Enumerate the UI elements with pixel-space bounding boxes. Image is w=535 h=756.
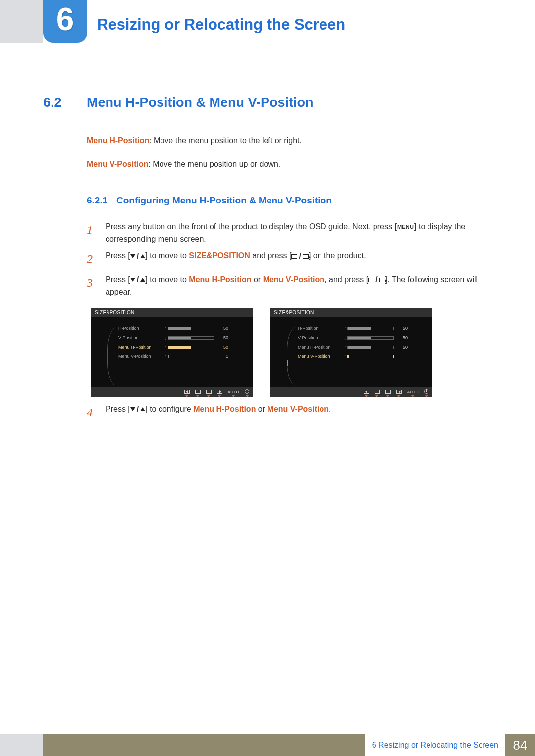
osd-power-icon (424, 389, 428, 394)
osd-slider (168, 346, 214, 349)
osd-left-rows: H-Position:50V-Position:50Menu H-Positio… (113, 324, 248, 366)
osd-plus-icon (206, 390, 212, 394)
osd-row-label: Menu H-Position (298, 345, 343, 350)
rect-icon (368, 278, 374, 282)
step4-t1: Menu H-Position (193, 405, 256, 413)
osd-row: Menu H-Position:50 (118, 343, 248, 352)
step-3: 3 Press [/] to move to Menu H-Position o… (87, 274, 485, 299)
step-4-number: 4 (87, 403, 106, 422)
step2-mid2: and press [ (250, 252, 292, 260)
subsection-heading: 6.2.1 Configuring Menu H-Position & Menu… (87, 195, 485, 206)
step3-or: or (252, 275, 263, 284)
step3-t2: Menu V-Position (263, 275, 324, 284)
osd-right-title: SIZE&POSITION (270, 308, 432, 317)
footer-stripe: 6 Resizing or Relocating the Screen 84 (43, 734, 535, 756)
chapter-header: 6 Resizing or Relocating the Screen (0, 0, 535, 43)
osd-minus-icon (195, 390, 201, 394)
osd-row: Menu H-Position:50 (298, 343, 428, 352)
chapter-title-wrap: Resizing or Relocating the Screen (87, 12, 535, 37)
subsection-title: Configuring Menu H-Position & Menu V-Pos… (116, 195, 332, 206)
osd-row-value: 50 (398, 345, 408, 350)
osd-nav-left-icon (184, 390, 190, 394)
osd-screenshots: SIZE&POSITION H-Position:50V-Position:50… (91, 308, 485, 397)
osd-panel-left: SIZE&POSITION H-Position:50V-Position:50… (91, 308, 253, 397)
osd-panel-right: SIZE&POSITION H-Position:50V-Position:50… (270, 308, 432, 397)
osd-row-label: Menu H-Position (118, 345, 164, 350)
header-left-stripe (0, 0, 43, 43)
step3-mid1: ] to move to (145, 275, 189, 284)
step4-post: . (329, 405, 331, 413)
step-2: 2 Press [/] to move to SIZE&POSITION and… (87, 250, 485, 268)
step-2-body: Press [/] to move to SIZE&POSITION and p… (106, 250, 485, 268)
osd-row: Menu V-Position: (298, 352, 428, 361)
osd-auto-label: AUTO (228, 390, 239, 394)
desc-v-text: : Move the menu position up or down. (148, 160, 280, 168)
osd-row-label: Menu V-Position (298, 354, 343, 359)
osd-row-colon: : (343, 354, 347, 359)
step4-or: or (256, 405, 267, 413)
osd-row: H-Position:50 (118, 324, 248, 333)
osd-row-colon: : (343, 345, 347, 350)
desc-h-text: : Move the menu position to the left or … (149, 136, 302, 145)
osd-row-value: 50 (218, 326, 228, 331)
triangle-up-icon (140, 278, 145, 282)
down-up-icon: / (130, 274, 145, 286)
desc-h-position: Menu H-Position: Move the menu position … (87, 135, 485, 146)
osd-row-label: V-Position (298, 335, 343, 340)
step3-t1: Menu H-Position (189, 275, 251, 284)
page-footer: 6 Resizing or Relocating the Screen 84 (0, 734, 535, 756)
osd-right-rows: H-Position:50V-Position:50Menu H-Positio… (293, 324, 428, 366)
osd-footer: AUTO (270, 387, 432, 397)
osd-row-label: Menu V-Position (118, 354, 164, 359)
step-1-body: Press any button on the front of the pro… (106, 221, 485, 246)
step-3-body: Press [/] to move to Menu H-Position or … (106, 274, 485, 299)
enter-icon: / (368, 274, 385, 286)
osd-row-value: 50 (398, 326, 408, 331)
osd-row: Menu V-Position:1 (118, 352, 248, 361)
desc-h-label: Menu H-Position (87, 136, 149, 145)
step2-target: SIZE&POSITION (189, 252, 250, 260)
enter-icon: / (291, 251, 308, 263)
triangle-up-icon (140, 254, 145, 258)
osd-nav-left-icon (364, 390, 369, 394)
osd-plus-icon (385, 390, 391, 394)
chapter-number-badge: 6 (43, 0, 87, 43)
footer-left-stripe (0, 734, 43, 756)
triangle-up-icon (140, 407, 145, 411)
step-1-number: 1 (87, 221, 106, 246)
chapter-number: 6 (56, 3, 74, 35)
osd-row-label: V-Position (118, 335, 164, 340)
osd-nav-right-icon (217, 390, 222, 394)
step4-pre: Press [ (106, 405, 130, 413)
chapter-title: Resizing or Relocating the Screen (97, 16, 345, 34)
osd-power-icon (245, 389, 249, 394)
down-up-icon: / (130, 403, 145, 416)
footer-chapter-label: 6 Resizing or Relocating the Screen (365, 734, 505, 756)
osd-curve-decoration (287, 327, 297, 386)
osd-row-label: H-Position (118, 326, 164, 331)
osd-row-colon: : (164, 326, 168, 331)
osd-left-title: SIZE&POSITION (91, 308, 253, 317)
step4-t2: Menu V-Position (268, 405, 329, 413)
osd-row-colon: : (343, 326, 347, 331)
step2-pre: Press [ (106, 252, 130, 260)
osd-slider (168, 336, 214, 340)
section-number: 6.2 (43, 95, 87, 110)
rect-arrow-icon (379, 278, 385, 282)
footer-page-number: 84 (505, 734, 535, 756)
step3-mid2: , and press [ (324, 275, 368, 284)
triangle-down-icon (130, 278, 135, 282)
desc-v-position: Menu V-Position: Move the menu position … (87, 159, 485, 170)
osd-row-value: 50 (218, 345, 228, 350)
osd-slider (347, 355, 394, 358)
step-1: 1 Press any button on the front of the p… (87, 221, 485, 246)
step-2-number: 2 (87, 250, 106, 268)
osd-row: V-Position:50 (298, 333, 428, 343)
osd-curve-decoration (107, 327, 117, 386)
rect-icon (291, 254, 297, 259)
down-up-icon: / (130, 251, 145, 263)
osd-footer: AUTO (91, 387, 253, 397)
osd-minus-icon (374, 390, 380, 394)
osd-row-colon: : (164, 335, 168, 341)
size-position-icon (101, 360, 108, 366)
